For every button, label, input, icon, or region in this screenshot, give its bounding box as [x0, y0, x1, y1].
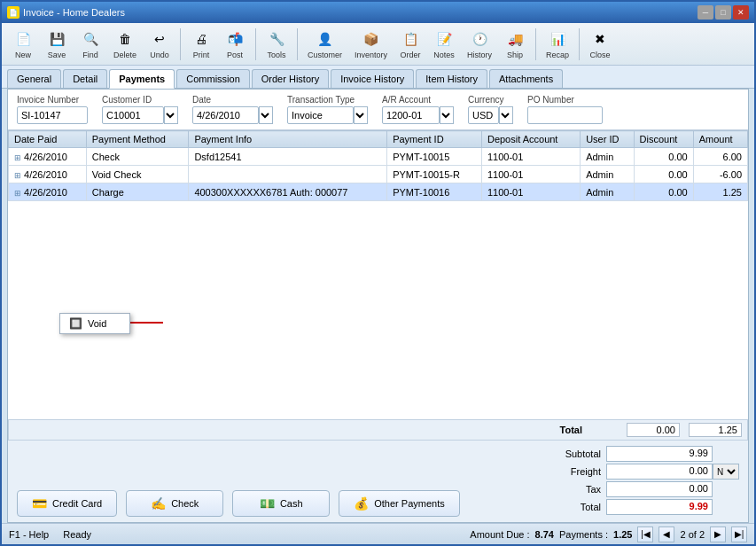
- currency-input[interactable]: [468, 106, 499, 124]
- ship-icon: 🚚: [504, 28, 526, 50]
- toolbar-customer[interactable]: 👤 Customer: [302, 27, 347, 61]
- nav-first-button[interactable]: |◀: [637, 526, 653, 542]
- tab-attachments[interactable]: Attachments: [489, 69, 563, 88]
- cash-button[interactable]: 💵 Cash: [232, 490, 330, 517]
- void-icon: 🔲: [69, 317, 82, 330]
- toolbar-print[interactable]: 🖨 Print: [185, 27, 217, 61]
- tab-item-history[interactable]: Item History: [416, 69, 487, 88]
- currency-field: Currency: [468, 95, 513, 124]
- toolbar-tools[interactable]: 🔧 Tools: [261, 27, 292, 61]
- date-select[interactable]: [259, 106, 273, 124]
- tab-order-history[interactable]: Order History: [252, 69, 329, 88]
- other-payments-icon: 💰: [354, 496, 369, 511]
- summary-subtotal-row: Subtotal 9.99: [544, 446, 739, 462]
- payment-table: Date Paid Payment Method Payment Info Pa…: [8, 130, 748, 201]
- cell-date: ⊞ 4/26/2010: [9, 166, 87, 183]
- table-row[interactable]: ⊞ 4/26/2010 Charge 400300XXXXXX6781 Auth…: [9, 183, 748, 201]
- transaction-type-input[interactable]: [287, 106, 354, 124]
- col-payment-method: Payment Method: [86, 131, 189, 148]
- context-menu-void[interactable]: 🔲 Void: [60, 314, 129, 333]
- maximize-button[interactable]: □: [715, 5, 731, 20]
- date-input[interactable]: [192, 106, 259, 124]
- cell-payment-id: PYMT-10016: [387, 183, 482, 201]
- close-window-button[interactable]: ✕: [733, 5, 749, 20]
- invoice-number-input[interactable]: [17, 106, 88, 124]
- nav-prev-button[interactable]: ◀: [659, 526, 674, 542]
- currency-label: Currency: [468, 95, 513, 105]
- post-icon: 📬: [224, 28, 246, 50]
- ar-account-field: A/R Account: [382, 95, 454, 124]
- new-label: New: [15, 51, 31, 59]
- tab-payments[interactable]: Payments: [109, 69, 175, 89]
- total-sum-label: Total: [544, 502, 606, 512]
- recap-label: Recap: [546, 51, 569, 59]
- history-label: History: [467, 51, 492, 59]
- toolbar-find[interactable]: 🔍 Find: [74, 27, 106, 61]
- order-icon: 📋: [400, 28, 421, 50]
- customer-id-select[interactable]: [164, 106, 178, 124]
- other-payments-label: Other Payments: [374, 498, 444, 509]
- po-number-input[interactable]: [527, 106, 603, 124]
- customer-label: Customer: [308, 51, 342, 59]
- credit-card-label: Credit Card: [52, 498, 102, 509]
- cell-user: Admin: [581, 166, 634, 183]
- toolbar-close[interactable]: ✖ Close: [584, 27, 616, 61]
- cash-label: Cash: [280, 498, 303, 509]
- find-icon: 🔍: [80, 28, 101, 50]
- cell-deposit: 1100-01: [481, 183, 580, 201]
- notes-icon: 📝: [433, 28, 455, 50]
- check-button[interactable]: ✍ Check: [126, 490, 223, 517]
- transaction-type-select[interactable]: [354, 106, 368, 124]
- ar-account-select[interactable]: [440, 106, 454, 124]
- cell-discount: 0.00: [634, 166, 693, 183]
- amount-due-value: 8.74: [535, 529, 554, 540]
- toolbar-post[interactable]: 📬 Post: [219, 27, 251, 61]
- toolbar-order[interactable]: 📋 Order: [394, 27, 426, 61]
- currency-select[interactable]: [499, 106, 513, 124]
- cell-info: [189, 166, 387, 183]
- freight-label: Freight: [544, 466, 606, 477]
- delete-label: Delete: [113, 51, 136, 59]
- cell-info: 400300XXXXXX6781 Auth: 000077: [189, 183, 387, 201]
- toolbar-delete[interactable]: 🗑 Delete: [108, 27, 142, 61]
- tab-commission[interactable]: Commission: [176, 69, 250, 88]
- cell-payment-id: PYMT-10015: [387, 148, 482, 166]
- recap-icon: 📊: [547, 28, 568, 50]
- toolbar-undo[interactable]: ↩ Undo: [144, 27, 175, 61]
- nav-last-button[interactable]: ▶|: [731, 526, 747, 542]
- total-sum-value: 9.99: [606, 499, 713, 515]
- table-row[interactable]: ⊞ 4/26/2010 Void Check PYMT-10015-R 1100…: [9, 166, 748, 183]
- amount-due-label: Amount Due :: [470, 529, 529, 540]
- cell-amount: -6.00: [693, 166, 747, 183]
- tab-detail[interactable]: Detail: [63, 69, 107, 88]
- toolbar-save[interactable]: 💾 Save: [41, 27, 73, 61]
- nav-next-button[interactable]: ▶: [710, 526, 726, 542]
- tab-invoice-history[interactable]: Invoice History: [331, 69, 414, 88]
- credit-card-button[interactable]: 💳 Credit Card: [17, 490, 117, 517]
- post-label: Post: [227, 51, 243, 59]
- ar-account-input[interactable]: [382, 106, 440, 124]
- title-bar: 📄 Invoice - Home Dealers ─ □ ✕: [2, 2, 754, 23]
- toolbar-inventory[interactable]: 📦 Inventory: [349, 27, 393, 61]
- col-amount: Amount: [693, 131, 747, 148]
- customer-id-field: Customer ID: [102, 95, 178, 124]
- tax-label: Tax: [544, 484, 606, 495]
- minimize-button[interactable]: ─: [698, 5, 713, 20]
- toolbar-notes[interactable]: 📝 Notes: [428, 27, 460, 61]
- toolbar-history[interactable]: 🕐 History: [462, 27, 497, 61]
- freight-unit-select[interactable]: N: [713, 464, 739, 480]
- other-payments-button[interactable]: 💰 Other Payments: [339, 490, 459, 517]
- payments-value: 1.25: [613, 529, 632, 540]
- freight-value: 0.00: [606, 464, 713, 480]
- col-payment-id: Payment ID: [387, 131, 482, 148]
- table-row[interactable]: ⊞ 4/26/2010 Check Dsfd12541 PYMT-10015 1…: [9, 148, 748, 166]
- toolbar-ship[interactable]: 🚚 Ship: [499, 27, 531, 61]
- toolbar-new[interactable]: 📄 New: [7, 27, 39, 61]
- tab-general[interactable]: General: [7, 69, 61, 88]
- total-discount-value: 0.00: [627, 423, 680, 437]
- customer-id-input[interactable]: [102, 106, 164, 124]
- history-icon: 🕐: [469, 28, 490, 50]
- invoice-number-label: Invoice Number: [17, 95, 88, 105]
- print-label: Print: [193, 51, 210, 59]
- toolbar-recap[interactable]: 📊 Recap: [541, 27, 574, 61]
